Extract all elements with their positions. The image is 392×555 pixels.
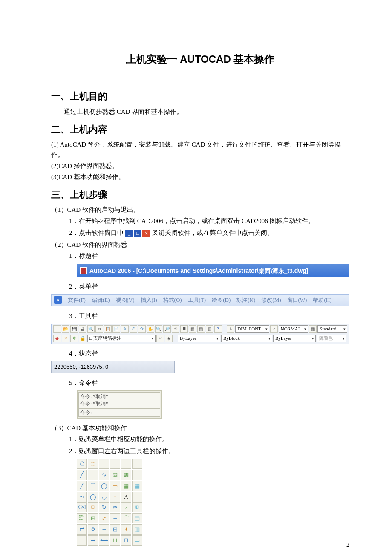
zoom-prev-icon[interactable]: ⟲: [172, 325, 179, 333]
copy-icon[interactable]: 📋: [104, 325, 112, 333]
pan-icon[interactable]: ✋: [147, 325, 154, 333]
copy-icon[interactable]: ⿻: [77, 513, 87, 523]
empty-icon: [110, 459, 120, 469]
move-icon[interactable]: ✥: [88, 524, 98, 535]
rect-icon[interactable]: ▭: [88, 470, 98, 480]
menu-item[interactable]: 绘图(D): [212, 296, 231, 305]
new-icon[interactable]: □: [53, 325, 61, 333]
zoom-icon[interactable]: 🔍: [155, 325, 163, 333]
region-icon[interactable]: ▭: [110, 481, 120, 491]
maximize-icon: □: [133, 230, 142, 237]
break-icon[interactable]: ⊟: [110, 524, 120, 535]
brush-icon[interactable]: ✎: [121, 325, 129, 333]
save-icon[interactable]: 💾: [70, 325, 78, 333]
open-icon[interactable]: 📂: [62, 325, 69, 333]
join-icon[interactable]: ⊔: [110, 535, 120, 546]
copy2-icon[interactable]: ⧉: [132, 502, 142, 512]
move2-icon[interactable]: ⬌: [88, 535, 98, 546]
explode-icon[interactable]: ✦: [121, 524, 131, 535]
rotate-icon[interactable]: ↻: [99, 502, 109, 512]
layer-prev-icon[interactable]: ↩: [156, 335, 164, 342]
chamfer-icon[interactable]: ⟋: [121, 502, 131, 512]
dim-icon[interactable]: A: [227, 325, 234, 333]
point-icon[interactable]: •: [110, 492, 120, 502]
standard-select[interactable]: Standard: [317, 325, 347, 333]
mirror-icon[interactable]: ⇄: [77, 524, 87, 535]
menubar-screenshot: A 文件(F) 编辑(E) 视图(V) 插入(I) 格式(O) 工具(T) 绘图…: [51, 294, 349, 306]
align-icon[interactable]: ⊓: [121, 535, 131, 546]
layer-manager-icon[interactable]: ◆: [53, 335, 61, 342]
properties-icon[interactable]: ≣: [180, 325, 188, 333]
redo-icon[interactable]: ↷: [138, 325, 146, 333]
block-icon[interactable]: ⬚: [88, 459, 98, 469]
section-2-item: (1) AutoCAD 简介，系统配置，安装与卸载。建立 CAD 文件，进行文件…: [51, 139, 349, 160]
lengthen-icon[interactable]: ⟷: [99, 535, 109, 546]
menu-item[interactable]: 帮助(H): [313, 296, 331, 305]
text-icon[interactable]: A: [121, 492, 131, 502]
menu-item[interactable]: 工具(T): [188, 296, 206, 305]
menu-item[interactable]: 插入(I): [141, 296, 157, 305]
layer-copy-icon[interactable]: ▤: [132, 513, 142, 523]
arc-icon[interactable]: ⌒: [88, 481, 98, 491]
empty-icon: [132, 459, 142, 469]
paste-icon[interactable]: 📄: [112, 325, 120, 333]
layer-lock-icon[interactable]: 🔒: [79, 335, 86, 342]
menu-item[interactable]: 标注(N): [236, 296, 255, 305]
stretch-icon[interactable]: ↔: [99, 524, 109, 535]
layer-state-icon[interactable]: ◈: [165, 335, 173, 342]
offset-icon[interactable]: ⧉: [88, 502, 98, 512]
normal-select[interactable]: NORMAL: [279, 325, 308, 333]
menu-item[interactable]: 编辑(E): [92, 296, 110, 305]
layer-merge-icon[interactable]: ▥: [132, 524, 142, 535]
fillet-icon[interactable]: ⌒: [121, 513, 131, 523]
sheet-icon[interactable]: ▥: [206, 325, 213, 333]
tool-palette-icon[interactable]: ▤: [197, 325, 205, 333]
layer-sun-icon[interactable]: ☀: [62, 335, 69, 342]
preview-icon[interactable]: 🔍: [87, 325, 95, 333]
polygon-icon[interactable]: ⬠: [77, 459, 87, 469]
commandline-screenshot: 命令: *取消* 命令: *取消* 命令:: [77, 390, 162, 419]
spline-icon[interactable]: ∿: [99, 470, 109, 480]
zoom-window-icon[interactable]: 🔎: [163, 325, 171, 333]
dim-font-select[interactable]: DIM_FONT: [235, 325, 269, 333]
xline-icon[interactable]: ╱: [77, 481, 87, 491]
layer-del-icon[interactable]: ▭: [132, 535, 142, 546]
linetype-select[interactable]: ByBlock: [221, 335, 272, 342]
section-1-heading: 一、上机目的: [51, 89, 349, 104]
erase-icon[interactable]: ⌫: [77, 502, 87, 512]
menu-item[interactable]: 修改(M): [261, 296, 281, 305]
sub-3-l1: 1．熟悉菜单栏中相应功能的操作。: [69, 434, 349, 444]
line-icon[interactable]: ╱: [77, 470, 87, 480]
lineweight-select[interactable]: ByLayer: [273, 335, 316, 342]
layer-freeze-icon[interactable]: ❄: [70, 335, 78, 342]
cmd-prompt[interactable]: 命令:: [80, 409, 159, 416]
menu-item[interactable]: 文件(F): [68, 296, 86, 305]
plot-style-select[interactable]: 随颜色: [317, 335, 346, 342]
hatch2-icon[interactable]: ▩: [121, 470, 131, 480]
ellipse-icon[interactable]: ◯: [99, 481, 109, 491]
array-icon[interactable]: ⊞: [88, 513, 98, 523]
dim-style-icon[interactable]: ⟋: [270, 325, 278, 333]
extend-icon[interactable]: →: [110, 513, 120, 523]
menu-item[interactable]: 视图(V): [116, 296, 135, 305]
print-icon[interactable]: 🖨: [79, 325, 86, 333]
design-center-icon[interactable]: ▦: [189, 325, 196, 333]
layer-select[interactable]: □ 支座钢筋标注: [87, 335, 156, 342]
window-control-buttons: _ □ ✕: [125, 230, 150, 237]
pline-icon[interactable]: ⤳: [77, 492, 87, 502]
circle-icon[interactable]: ◯: [88, 492, 98, 502]
table-icon[interactable]: ▦: [121, 481, 131, 491]
table-style-icon[interactable]: ▦: [309, 325, 317, 333]
close-icon: ✕: [142, 230, 150, 237]
trim-icon[interactable]: ✂: [110, 502, 120, 512]
ellipse-arc-icon[interactable]: ◡: [99, 492, 109, 502]
grid-icon[interactable]: ▦: [132, 481, 142, 491]
undo-icon[interactable]: ↶: [130, 325, 137, 333]
hatch-icon[interactable]: ▨: [110, 470, 120, 480]
cut-icon[interactable]: ✂: [95, 325, 103, 333]
menu-item[interactable]: 格式(O): [163, 296, 182, 305]
help-icon[interactable]: ?: [214, 325, 222, 333]
scale-icon[interactable]: ⤢: [99, 513, 109, 523]
color-select[interactable]: ByLayer: [178, 335, 220, 342]
menu-item[interactable]: 窗口(W): [287, 296, 307, 305]
